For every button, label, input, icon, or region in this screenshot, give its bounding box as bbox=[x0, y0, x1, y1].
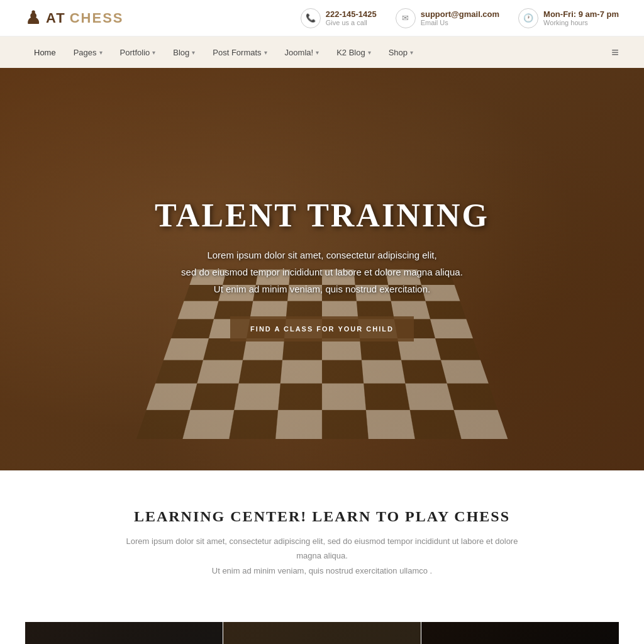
hamburger-menu[interactable]: ≡ bbox=[611, 45, 619, 60]
phone-sub: Give us a call bbox=[326, 19, 377, 26]
contact-items: 📞 222-145-1425 Give us a call ✉ support@… bbox=[301, 8, 619, 28]
site-logo[interactable]: ♟ AT CHESS bbox=[25, 8, 124, 28]
chevron-down-icon: ▾ bbox=[99, 49, 103, 56]
nav-item-portfolio[interactable]: Portfolio ▾ bbox=[111, 36, 165, 68]
thumb-item-2[interactable]: ♛ bbox=[223, 622, 421, 644]
hours-label: Mon-Fri: 9 am-7 pm bbox=[543, 9, 619, 19]
nav-item-pages[interactable]: Pages ▾ bbox=[65, 36, 111, 68]
chevron-down-icon: ▾ bbox=[264, 49, 267, 56]
learn-title: LEARNING CENTER! LEARN TO PLAY CHESS bbox=[25, 508, 619, 525]
thumb-overlay-2 bbox=[223, 622, 421, 644]
hero-cta-button[interactable]: FIND A CLASS FOR YOUR CHILD bbox=[230, 316, 414, 341]
nav-item-shop[interactable]: Shop ▾ bbox=[380, 36, 422, 68]
main-nav: Home Pages ▾ Portfolio ▾ Blog ▾ Post For… bbox=[0, 36, 644, 68]
email-address: support@gmail.com bbox=[421, 9, 499, 19]
thumb-item-3[interactable]: ♜ bbox=[421, 622, 619, 644]
hours-sub: Working hours bbox=[543, 19, 619, 26]
logo-icon: ♟ bbox=[25, 8, 42, 28]
contact-email-text: support@gmail.com Email Us bbox=[421, 9, 499, 26]
contact-hours-text: Mon-Fri: 9 am-7 pm Working hours bbox=[543, 9, 619, 26]
hero-title: TALENT TRAINING bbox=[155, 197, 489, 234]
contact-phone[interactable]: 📞 222-145-1425 Give us a call bbox=[301, 8, 377, 28]
chevron-down-icon: ▾ bbox=[368, 49, 371, 56]
contact-email[interactable]: ✉ support@gmail.com Email Us bbox=[396, 8, 499, 28]
hero-subtitle: Lorem ipsum dolor sit amet, consectetur … bbox=[171, 247, 473, 297]
nav-item-joomla[interactable]: Joomla! ▾ bbox=[276, 36, 328, 68]
phone-icon: 📞 bbox=[301, 8, 321, 28]
phone-number: 222-145-1425 bbox=[326, 9, 377, 19]
clock-icon: 🕐 bbox=[518, 8, 538, 28]
contact-phone-text: 222-145-1425 Give us a call bbox=[326, 9, 377, 26]
logo-chess: CHESS bbox=[70, 10, 124, 26]
chevron-down-icon: ▾ bbox=[410, 49, 413, 56]
nav-item-home[interactable]: Home bbox=[25, 36, 65, 68]
nav-item-blog[interactable]: Blog ▾ bbox=[164, 36, 204, 68]
chevron-down-icon: ▾ bbox=[192, 49, 195, 56]
learn-section: LEARNING CENTER! LEARN TO PLAY CHESS Lor… bbox=[0, 470, 644, 622]
hero-section: TALENT TRAINING Lorem ipsum dolor sit am… bbox=[0, 68, 644, 470]
email-icon: ✉ bbox=[396, 8, 416, 28]
chevron-down-icon: ▾ bbox=[152, 49, 155, 56]
thumb-overlay-1 bbox=[25, 622, 223, 644]
thumb-item-1[interactable]: ♟ bbox=[25, 622, 223, 644]
email-sub: Email Us bbox=[421, 19, 499, 26]
nav-item-k2blog[interactable]: K2 Blog ▾ bbox=[328, 36, 380, 68]
chevron-down-icon: ▾ bbox=[316, 49, 319, 56]
thumbnail-row: ♟ ♛ ♜ bbox=[0, 622, 644, 644]
thumb-overlay-3 bbox=[421, 622, 619, 644]
nav-items-list: Home Pages ▾ Portfolio ▾ Blog ▾ Post For… bbox=[25, 36, 611, 68]
nav-item-post-formats[interactable]: Post Formats ▾ bbox=[204, 36, 275, 68]
contact-hours: 🕐 Mon-Fri: 9 am-7 pm Working hours bbox=[518, 8, 619, 28]
logo-at: AT bbox=[46, 10, 66, 26]
hero-content: TALENT TRAINING Lorem ipsum dolor sit am… bbox=[104, 197, 540, 341]
top-bar: ♟ AT CHESS 📞 222-145-1425 Give us a call… bbox=[0, 0, 644, 36]
learn-subtitle: Lorem ipsum dolor sit amet, consectetur … bbox=[114, 534, 530, 578]
